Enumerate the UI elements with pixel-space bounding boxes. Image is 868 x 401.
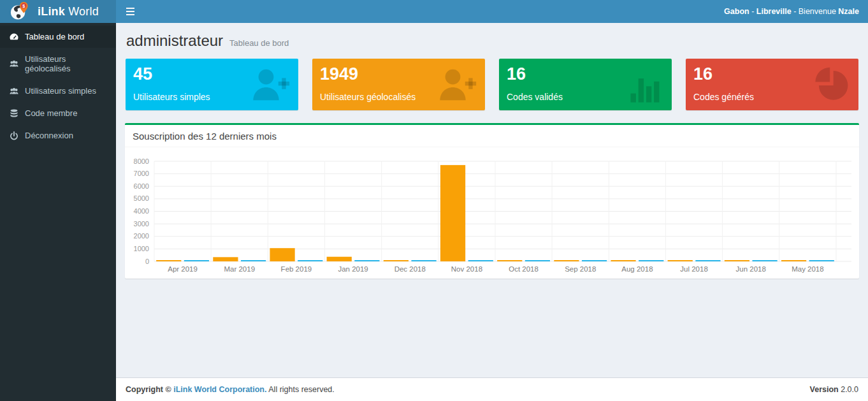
stat-card-codes-valides: 16 Codes validés xyxy=(499,59,672,110)
page-subtitle: Tableau de bord xyxy=(229,38,289,48)
chart-title: Souscription des 12 derniers mois xyxy=(125,125,859,147)
globe-pin-icon: $ xyxy=(9,1,30,22)
svg-text:Sep 2018: Sep 2018 xyxy=(565,265,596,273)
user-plus-icon xyxy=(249,66,291,105)
stat-cards-row: 45 Utilisateurs simples 1949 Utilis xyxy=(126,59,858,110)
svg-text:May 2018: May 2018 xyxy=(792,265,824,273)
users-icon xyxy=(10,59,18,68)
sidebar-item-utilisateurs-geolocalises[interactable]: Utilisateurs géolocalisés xyxy=(0,48,116,80)
svg-text:Oct 2018: Oct 2018 xyxy=(509,265,539,273)
sidebar-item-tableau-de-bord[interactable]: Tableau de bord xyxy=(0,26,116,48)
subscriptions-chart-box: Souscription des 12 derniers mois 010002… xyxy=(125,123,859,279)
svg-text:Mar 2019: Mar 2019 xyxy=(224,265,255,273)
svg-text:Dec 2018: Dec 2018 xyxy=(394,265,426,273)
svg-text:Apr 2019: Apr 2019 xyxy=(168,265,198,273)
footer-copyright: Copyright © iLink World Corporation. All… xyxy=(126,385,335,394)
footer-version: Version 2.0.0 xyxy=(810,385,858,394)
sidebar-item-label: Tableau de bord xyxy=(25,32,84,41)
user-location-greeting: Gabon - Libreville - Bienvenue Nzale xyxy=(724,7,859,16)
sidebar-item-label: Utilisateurs simples xyxy=(25,86,96,96)
footer: Copyright © iLink World Corporation. All… xyxy=(116,377,868,401)
svg-text:2000: 2000 xyxy=(134,232,149,240)
svg-text:$: $ xyxy=(22,3,25,9)
svg-text:Jul 2018: Jul 2018 xyxy=(680,265,707,273)
users-icon xyxy=(10,87,18,96)
content-area: administrateur Tableau de bord 45 Utilis… xyxy=(116,23,868,377)
svg-text:5000: 5000 xyxy=(134,194,149,202)
svg-text:Feb 2019: Feb 2019 xyxy=(281,265,312,273)
stat-card-utilisateurs-simples: 45 Utilisateurs simples xyxy=(126,59,298,110)
sidebar-item-label: Déconnexion xyxy=(25,131,73,140)
chart-body: 010002000300040005000600070008000Apr 201… xyxy=(125,147,859,279)
sidebar-item-label: Utilisateurs géolocalisés xyxy=(25,54,106,73)
stat-card-codes-generes: 16 Codes générés xyxy=(686,59,858,110)
svg-text:Jan 2019: Jan 2019 xyxy=(338,265,368,273)
sidebar-toggle-button[interactable] xyxy=(126,0,150,23)
pie-chart-icon xyxy=(811,66,851,106)
brand-logo[interactable]: $ iLink World xyxy=(0,0,116,23)
svg-text:6000: 6000 xyxy=(134,182,149,190)
user-plus-icon xyxy=(435,66,477,105)
sidebar-item-label: Code membre xyxy=(25,108,77,118)
sidebar-item-utilisateurs-simples[interactable]: Utilisateurs simples xyxy=(0,80,116,102)
svg-text:7000: 7000 xyxy=(134,170,149,177)
svg-text:1000: 1000 xyxy=(134,245,149,252)
company-link[interactable]: iLink World Corporation. xyxy=(173,385,266,394)
sidebar-item-deconnexion[interactable]: Déconnexion xyxy=(0,124,116,147)
page-header: administrateur Tableau de bord xyxy=(126,32,858,50)
svg-text:Aug 2018: Aug 2018 xyxy=(621,265,653,273)
bar-chart-icon xyxy=(626,66,664,105)
svg-text:8000: 8000 xyxy=(134,157,149,165)
database-icon xyxy=(10,109,18,118)
sidebar: Tableau de bord Utilisateurs géolocalisé… xyxy=(0,23,116,401)
power-icon xyxy=(10,131,18,140)
navbar: Gabon - Libreville - Bienvenue Nzale xyxy=(116,0,868,23)
svg-text:0: 0 xyxy=(145,258,149,265)
svg-text:Nov 2018: Nov 2018 xyxy=(451,265,482,273)
stat-card-utilisateurs-geolocalises: 1949 Utilisateurs géolocalisés xyxy=(312,59,485,110)
svg-text:4000: 4000 xyxy=(134,207,149,215)
dashboard-icon xyxy=(10,33,18,41)
app-window: $ iLink World Gabon - Libreville - Bienv… xyxy=(0,0,868,401)
page-title: administrateur xyxy=(126,32,223,50)
brand-name: iLink World xyxy=(38,5,99,18)
subscriptions-bar-chart: 010002000300040005000600070008000Apr 201… xyxy=(130,152,854,277)
sidebar-item-code-membre[interactable]: Code membre xyxy=(0,102,116,124)
svg-text:3000: 3000 xyxy=(134,220,149,228)
top-header: $ iLink World Gabon - Libreville - Bienv… xyxy=(0,0,868,23)
svg-text:Jun 2018: Jun 2018 xyxy=(736,265,766,273)
